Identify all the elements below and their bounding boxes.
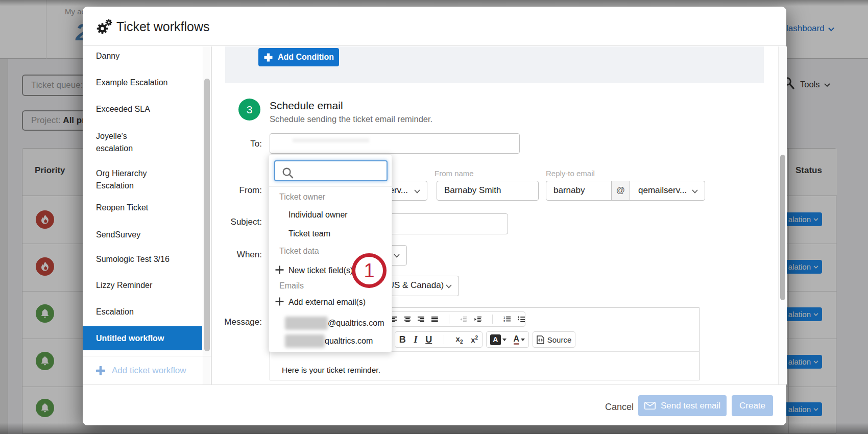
svg-text:2: 2	[503, 320, 505, 323]
svg-text:1: 1	[503, 316, 505, 319]
svg-text:1: 1	[364, 260, 374, 281]
